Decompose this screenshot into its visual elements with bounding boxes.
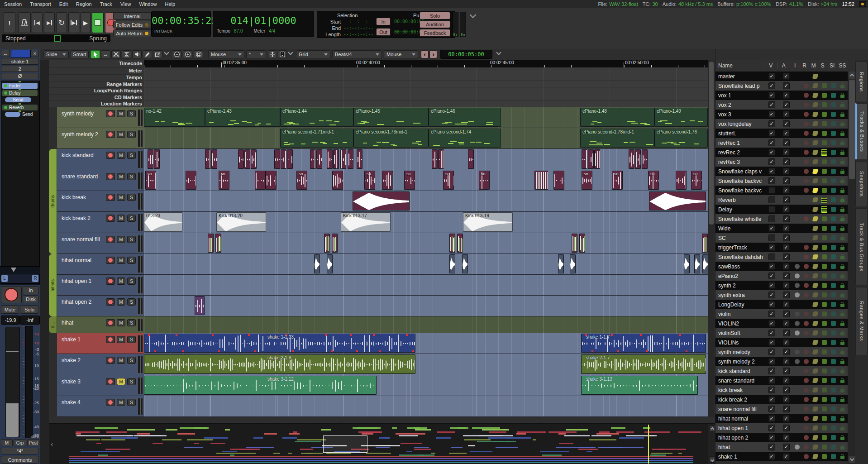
mute-icon[interactable] bbox=[812, 292, 818, 297]
track-solo-button[interactable]: S bbox=[127, 110, 136, 117]
track-lane-hihat-open-1[interactable] bbox=[144, 275, 708, 296]
solo-icon[interactable] bbox=[822, 216, 827, 221]
solo-safe-icon[interactable] bbox=[831, 426, 836, 431]
mute-icon[interactable] bbox=[812, 83, 818, 88]
solo-safe-icon[interactable] bbox=[831, 245, 836, 250]
lock-icon[interactable] bbox=[840, 228, 844, 231]
edit-mode-dropdown[interactable]: Slide bbox=[43, 50, 69, 58]
track-lane-synth-melody-2[interactable]: ePiano second-1.71mid-1ePiano second-1.7… bbox=[144, 128, 708, 149]
track-rec-button[interactable] bbox=[106, 357, 115, 364]
ruler-lane[interactable] bbox=[144, 100, 708, 107]
audio-region[interactable] bbox=[594, 149, 600, 169]
midi-region[interactable]: ePiano second-1.76 bbox=[654, 129, 708, 148]
solo-icon[interactable] bbox=[822, 368, 827, 373]
solo-safe-icon[interactable] bbox=[831, 349, 836, 354]
rec-enable-icon[interactable] bbox=[804, 169, 809, 174]
mute-icon[interactable] bbox=[812, 340, 818, 345]
ruler-lane[interactable] bbox=[144, 74, 708, 81]
panic-button[interactable]: ! bbox=[4, 12, 15, 33]
audio-region[interactable] bbox=[332, 234, 338, 253]
monitor-disk-button[interactable]: Disk bbox=[23, 295, 39, 303]
audio-region[interactable] bbox=[649, 191, 706, 210]
active-checkbox[interactable]: ✓ bbox=[783, 339, 790, 346]
active-checkbox[interactable]: ✓ bbox=[783, 225, 790, 232]
track-list-row[interactable]: vox 1✓✓ bbox=[715, 91, 848, 100]
active-checkbox[interactable]: ✓ bbox=[783, 273, 790, 279]
column-header-r[interactable]: R bbox=[800, 62, 809, 69]
solo-icon[interactable] bbox=[822, 264, 827, 269]
rec-enable-icon[interactable] bbox=[804, 245, 809, 250]
solo-safe-icon[interactable] bbox=[831, 454, 836, 459]
audio-region[interactable]: sn bbox=[443, 171, 454, 190]
menu-item-track[interactable]: Track bbox=[96, 1, 116, 7]
rec-enable-icon[interactable] bbox=[804, 359, 809, 364]
solo-icon[interactable] bbox=[822, 83, 827, 88]
lock-icon[interactable] bbox=[840, 313, 844, 316]
track-list-row[interactable]: LongDelay✓✓ bbox=[715, 300, 848, 309]
rec-enable-icon[interactable] bbox=[804, 159, 809, 164]
lock-icon[interactable] bbox=[840, 427, 844, 431]
skip-end-button[interactable]: ▶ bbox=[44, 12, 55, 33]
lock-icon[interactable] bbox=[840, 275, 844, 278]
menu-item-edit[interactable]: Edit bbox=[55, 1, 72, 7]
midi-region[interactable]: ePiano second-1.71mid-1 bbox=[280, 129, 353, 148]
track-list-row[interactable]: snare standard✓✓ bbox=[715, 376, 848, 385]
track-mute-button[interactable]: M bbox=[117, 336, 125, 343]
track-solo-button[interactable]: S bbox=[127, 336, 136, 343]
lock-icon[interactable] bbox=[840, 351, 844, 354]
track-mute-button[interactable]: M bbox=[117, 194, 125, 201]
solo-safe-icon[interactable] bbox=[831, 207, 836, 212]
mute-icon[interactable] bbox=[812, 426, 818, 431]
solo-safe-icon[interactable] bbox=[831, 83, 836, 88]
ruler-label-range-markers[interactable]: Range Markers bbox=[49, 81, 142, 88]
mute-icon[interactable] bbox=[812, 397, 818, 402]
track-list-row[interactable]: hihat open 1✓✓ bbox=[715, 423, 848, 433]
track-header-snare-normal-fill[interactable]: snare normal fillMS bbox=[57, 233, 144, 254]
solo-safe-icon[interactable] bbox=[831, 254, 836, 259]
visible-checkbox[interactable] bbox=[768, 234, 775, 241]
rec-enable-icon[interactable] bbox=[804, 150, 809, 155]
visible-checkbox[interactable]: ✓ bbox=[768, 358, 775, 365]
lock-icon[interactable] bbox=[840, 161, 844, 164]
mute-icon[interactable] bbox=[812, 226, 818, 231]
comments-button[interactable]: Comments bbox=[1, 456, 39, 464]
track-solo-button[interactable]: S bbox=[127, 319, 136, 326]
active-checkbox[interactable]: ✓ bbox=[783, 215, 790, 222]
active-checkbox[interactable]: ✓ bbox=[783, 301, 790, 308]
audio-region[interactable] bbox=[582, 149, 587, 169]
lock-icon[interactable] bbox=[840, 389, 844, 392]
audio-region[interactable] bbox=[327, 149, 333, 169]
edit-tool[interactable] bbox=[153, 50, 162, 58]
marker-dropdown[interactable]: * bbox=[246, 50, 266, 58]
track-list-row[interactable]: kick standard✓✓ bbox=[715, 366, 848, 376]
track-list-row[interactable]: Delay✓ bbox=[715, 205, 848, 214]
strip-resize-button[interactable]: ↔ bbox=[1, 50, 10, 57]
track-list-row[interactable]: Reverb✓ bbox=[715, 195, 848, 205]
strip-name-button[interactable]: shake 1 bbox=[1, 58, 39, 65]
track-mute-button[interactable]: M bbox=[117, 110, 125, 117]
strip-phase-button[interactable]: Ø bbox=[1, 73, 39, 79]
active-checkbox[interactable]: ✓ bbox=[783, 234, 790, 241]
audio-region[interactable] bbox=[340, 149, 346, 169]
audio-region[interactable] bbox=[332, 171, 343, 190]
track-group-tab-drums[interactable]: drums bbox=[49, 149, 57, 254]
ruler-lane[interactable] bbox=[144, 87, 708, 94]
track-color-swatch[interactable] bbox=[11, 50, 31, 58]
solo-icon[interactable] bbox=[822, 349, 827, 354]
audio-region[interactable] bbox=[588, 149, 594, 169]
solo-safe-icon[interactable] bbox=[831, 397, 836, 402]
scrollbar-thumb[interactable] bbox=[849, 80, 855, 179]
summary-down-button[interactable] bbox=[709, 456, 715, 463]
mute-icon[interactable] bbox=[812, 283, 818, 288]
track-header-hihat-normal[interactable]: hihat normalMS bbox=[57, 254, 144, 275]
secondary-clock[interactable]: 014|01|0000Tempo87.0Meter4/4 bbox=[213, 11, 314, 37]
track-list-row[interactable]: master✓✓ bbox=[715, 72, 848, 81]
mute-icon[interactable] bbox=[812, 245, 818, 250]
track-list-row[interactable]: revRec 2✓✓ bbox=[715, 148, 848, 157]
visible-checkbox[interactable]: ✓ bbox=[768, 396, 775, 403]
solo-safe-icon[interactable] bbox=[831, 121, 836, 126]
track-rec-button[interactable] bbox=[106, 194, 115, 201]
active-checkbox[interactable]: ✓ bbox=[783, 330, 790, 336]
rec-enable-icon[interactable] bbox=[804, 416, 809, 421]
visible-checkbox[interactable]: ✓ bbox=[768, 292, 775, 298]
